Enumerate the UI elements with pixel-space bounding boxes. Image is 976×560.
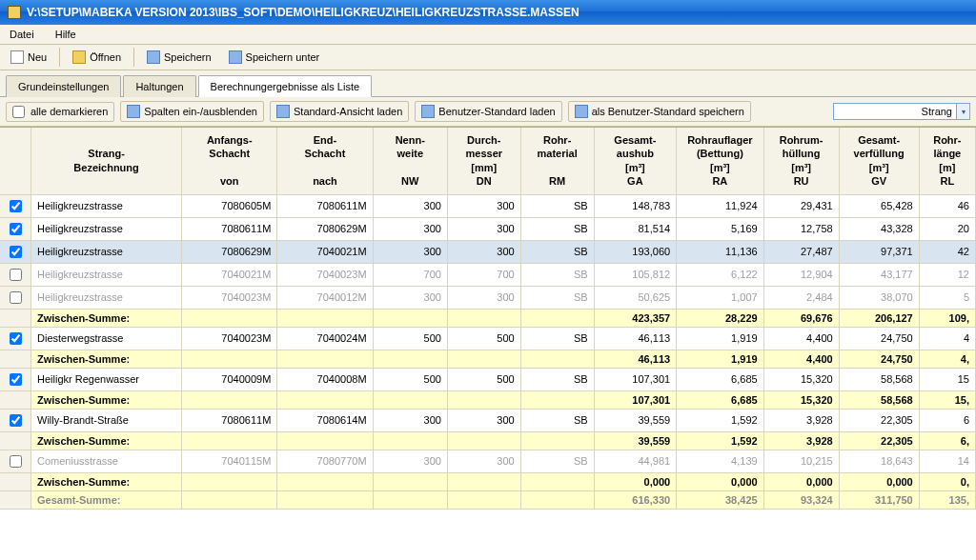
- cell-gv: 24,750: [839, 350, 919, 368]
- cell-rl: 135,: [919, 490, 975, 509]
- spalten-button[interactable]: Spalten ein-/ausblenden: [120, 101, 264, 122]
- cell-nw: 300: [373, 409, 447, 431]
- row-checkbox[interactable]: [10, 414, 22, 427]
- cell-ru: 29,431: [763, 194, 839, 217]
- table-row[interactable]: Willy-Brandt-Straße7080611M7080614M30030…: [0, 409, 976, 431]
- cell-ra: 5,169: [677, 217, 764, 240]
- strang-combo-dropdown[interactable]: ▾: [957, 103, 970, 120]
- cell-ru: 27,487: [763, 240, 839, 263]
- col-durchmesser[interactable]: Durch-messer[mm]DN: [447, 128, 520, 194]
- tab-bar: Grundeinstellungen Haltungen Berechnunge…: [0, 70, 976, 97]
- cell-ra: 1,919: [677, 350, 764, 368]
- row-checkbox[interactable]: [10, 223, 22, 235]
- table-row[interactable]: Zwischen-Summe:0,0000,0000,0000,0000,: [0, 472, 976, 490]
- alle-demarkieren-button[interactable]: alle demarkieren: [6, 102, 114, 122]
- cell-rl: 46: [919, 194, 975, 217]
- row-checkbox[interactable]: [10, 269, 22, 281]
- row-checkbox-cell: [0, 263, 31, 286]
- cell-rl: 15: [919, 368, 975, 390]
- cell-ga: 0,000: [594, 472, 677, 490]
- col-rohrlaenge[interactable]: Rohr-länge[m]RL: [919, 128, 975, 194]
- row-checkbox[interactable]: [10, 291, 22, 304]
- cell-strang: Willy-Brandt-Straße: [31, 409, 182, 431]
- table-row[interactable]: Heiligkreuzstrasse7080611M7080629M300300…: [0, 217, 976, 240]
- tab-grundeinstellungen[interactable]: Grundeinstellungen: [6, 75, 121, 97]
- cell-dn: [447, 390, 520, 409]
- table-row[interactable]: Zwischen-Summe:107,3016,68515,32058,5681…: [0, 390, 976, 409]
- table-row[interactable]: Zwischen-Summe:39,5591,5923,92822,3056,: [0, 431, 976, 450]
- tab-berechnungsergebnisse[interactable]: Berechnungergebnisse als Liste: [198, 75, 373, 97]
- row-checkbox[interactable]: [10, 332, 22, 345]
- results-grid: Strang-Bezeichnung Anfangs-Schachtvon En…: [0, 127, 976, 510]
- cell-nw: [373, 472, 447, 490]
- cell-von: 7040115M: [182, 450, 277, 472]
- table-row[interactable]: Diesterwegstrasse7040023M7040024M500500S…: [0, 327, 976, 350]
- cell-ga: 107,301: [594, 368, 677, 390]
- oeffnen-button[interactable]: Öffnen: [66, 47, 128, 68]
- col-anfangsschacht[interactable]: Anfangs-Schachtvon: [182, 128, 277, 194]
- col-rohrauflager[interactable]: Rohrauflager(Bettung)[m³]RA: [677, 128, 764, 194]
- table-row[interactable]: Gesamt-Summe:616,33038,42593,324311,7501…: [0, 490, 976, 509]
- cell-summary-label: Zwischen-Summe:: [31, 390, 182, 409]
- table-row[interactable]: Zwischen-Summe:46,1131,9194,40024,7504,: [0, 350, 976, 368]
- cell-nach: 7040012M: [277, 286, 373, 309]
- cell-ra: 28,229: [677, 309, 764, 327]
- tab-haltungen[interactable]: Haltungen: [123, 75, 195, 97]
- col-checkbox[interactable]: [0, 128, 31, 194]
- cell-rm: SB: [520, 327, 594, 350]
- cell-gv: 58,568: [839, 368, 919, 390]
- menu-datei[interactable]: Datei: [6, 27, 38, 42]
- menu-hilfe[interactable]: Hilfe: [51, 27, 80, 42]
- col-gesamtaushub[interactable]: Gesamt-aushub[m³]GA: [594, 128, 677, 194]
- benutzer-laden-button[interactable]: Benutzer-Standard laden: [415, 101, 561, 122]
- strang-combo-input[interactable]: [833, 103, 957, 120]
- cell-ra: 0,000: [677, 472, 764, 490]
- cell-ga: 46,113: [594, 327, 677, 350]
- col-endschacht[interactable]: End-Schachtnach: [277, 128, 373, 194]
- table-row[interactable]: Comeniusstrasse7040115M7080770M300300SB4…: [0, 450, 976, 472]
- row-checkbox[interactable]: [10, 246, 22, 258]
- col-nennweite[interactable]: Nenn-weiteNW: [373, 128, 447, 194]
- cell-summary-label: Zwischen-Summe:: [31, 309, 182, 327]
- load-user-icon: [421, 105, 435, 118]
- cell-nach: [277, 490, 373, 509]
- neu-button[interactable]: Neu: [4, 47, 53, 68]
- standard-laden-button[interactable]: Standard-Ansicht laden: [270, 101, 409, 122]
- table-row[interactable]: Heiligkr Regenwasser7040009M7040008M5005…: [0, 368, 976, 390]
- cell-nach: 7080770M: [277, 450, 373, 472]
- row-checkbox[interactable]: [10, 200, 22, 212]
- table-row[interactable]: Heiligkreuzstrasse7040021M7040023M700700…: [0, 263, 976, 286]
- speichern-unter-button[interactable]: Speichern unter: [222, 47, 327, 68]
- cell-dn: 300: [447, 194, 520, 217]
- table-row[interactable]: Heiligkreuzstrasse7080605M7080611M300300…: [0, 194, 976, 217]
- cell-ga: 148,783: [594, 194, 677, 217]
- cell-nw: 500: [373, 368, 447, 390]
- cell-ra: 1,592: [677, 409, 764, 431]
- speichern-button[interactable]: Speichern: [140, 47, 218, 68]
- demarkieren-checkbox[interactable]: [12, 106, 25, 118]
- cell-rl: 0,: [919, 472, 975, 490]
- row-checkbox[interactable]: [10, 373, 22, 386]
- col-strang[interactable]: Strang-Bezeichnung: [31, 128, 182, 194]
- cell-nach: [277, 472, 373, 490]
- cell-nw: [373, 390, 447, 409]
- cell-ga: 39,559: [594, 409, 677, 431]
- table-row[interactable]: Heiligkreuzstrasse7080629M7040021M300300…: [0, 240, 976, 263]
- table-row[interactable]: Heiligkreuzstrasse7040023M7040012M300300…: [0, 286, 976, 309]
- cell-nw: 500: [373, 327, 447, 350]
- cell-gv: 24,750: [839, 327, 919, 350]
- cell-gv: 43,328: [839, 217, 919, 240]
- row-checkbox-cell: [0, 450, 31, 472]
- row-checkbox[interactable]: [10, 455, 22, 468]
- col-rohrumhuellung[interactable]: Rohrum-hüllung[m³]RU: [763, 128, 839, 194]
- col-rohrmaterial[interactable]: Rohr-materialRM: [520, 128, 594, 194]
- row-checkbox-cell: [0, 286, 31, 309]
- cell-ra: 4,139: [677, 450, 764, 472]
- col-gesamtverfuellung[interactable]: Gesamt-verfüllung[m³]GV: [839, 128, 919, 194]
- cell-ga: 616,330: [594, 490, 677, 509]
- cell-gv: 22,305: [839, 409, 919, 431]
- cell-dn: [447, 490, 520, 509]
- table-row[interactable]: Zwischen-Summe:423,35728,22969,676206,12…: [0, 309, 976, 327]
- row-checkbox-cell: [0, 217, 31, 240]
- benutzer-speichern-button[interactable]: als Benutzer-Standard speichern: [568, 101, 751, 122]
